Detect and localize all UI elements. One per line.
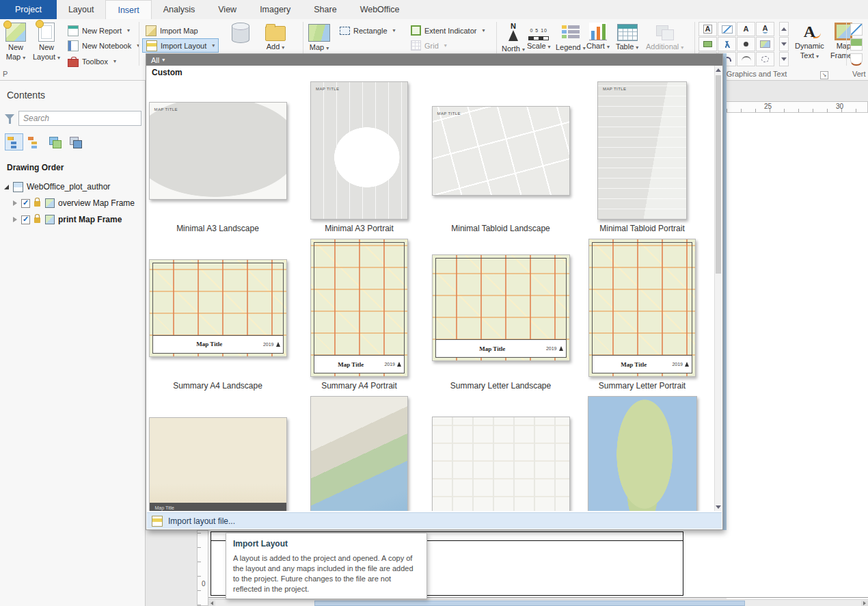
scroll-up-arrow[interactable]: [715, 66, 722, 74]
tab-share[interactable]: Share: [302, 0, 348, 19]
contents-panel: Contents Drawing Order WebOffice_plot_au…: [0, 81, 146, 606]
import-layout-tooltip: Import Layout A layout is added to the p…: [226, 533, 427, 599]
north-arrow-glyph: [397, 362, 401, 367]
grid-button[interactable]: Grid: [407, 38, 450, 53]
extent-indicator-button[interactable]: Extent Indicator: [407, 23, 488, 38]
vertical-tool-button-3[interactable]: [850, 53, 863, 66]
gallery-expand-button[interactable]: [779, 52, 789, 66]
new-report-button[interactable]: New Report: [64, 23, 133, 38]
straight-text-button[interactable]: A: [699, 22, 717, 36]
picture-icon: [760, 40, 770, 48]
vertical-tool-button-2[interactable]: [850, 38, 863, 51]
layout-document-icon: [13, 182, 23, 192]
drawing-order-icon: [8, 135, 21, 148]
layout-template-summary-a4-portrait[interactable]: Map Title2019 Summary A4 Portrait: [289, 239, 429, 391]
layout-template-row3-2[interactable]: [289, 396, 429, 511]
north-arrow-glyph: [685, 362, 689, 367]
plain-text-button[interactable]: A: [737, 22, 755, 36]
search-input[interactable]: [18, 111, 141, 126]
layout-thumbnail: [310, 396, 408, 511]
point-graphic-button[interactable]: [737, 37, 755, 51]
tab-view[interactable]: View: [206, 0, 248, 19]
scrollbar-thumb[interactable]: [716, 75, 721, 274]
legend-button[interactable]: Legend: [554, 22, 588, 53]
tab-insert[interactable]: Insert: [105, 0, 151, 19]
new-report-icon: [68, 25, 79, 36]
list-by-drawing-order-button[interactable]: [5, 134, 23, 150]
add-folder-button[interactable]: Add: [263, 22, 288, 53]
layout-template-summary-letter-portrait[interactable]: Map Title2019 Summary Letter Portrait: [572, 239, 712, 391]
layout-template-row3-4[interactable]: [572, 396, 712, 511]
tab-project[interactable]: Project: [0, 0, 57, 19]
north-arrow-button[interactable]: N North: [500, 22, 527, 55]
scroll-right-arrow[interactable]: [861, 601, 868, 606]
horizontal-ruler: 25 30: [726, 101, 868, 113]
gallery-scrollbar[interactable]: [714, 66, 722, 511]
dialog-launcher-icon[interactable]: [820, 71, 828, 79]
gallery-filter-dropdown[interactable]: All: [146, 54, 722, 66]
layout-template-row3-1[interactable]: Map Title: [148, 396, 288, 511]
list-by-selection-button[interactable]: [46, 134, 64, 150]
new-map-button[interactable]: New Map: [3, 22, 28, 63]
expand-icon[interactable]: [13, 217, 17, 222]
collapse-icon[interactable]: [4, 185, 9, 189]
curved-text-button[interactable]: A: [756, 22, 774, 36]
expand-icon[interactable]: [13, 200, 17, 206]
additional-surrounds-button[interactable]: Additional: [644, 22, 686, 53]
visibility-checkbox[interactable]: [21, 215, 30, 224]
new-layout-button[interactable]: New Layout: [31, 22, 62, 63]
layout-template-summary-a4-landscape[interactable]: Map Title2019 Summary A4 Landscape: [148, 239, 288, 391]
grid-icon: [411, 40, 421, 51]
list-by-source-button[interactable]: [26, 134, 43, 150]
tab-weboffice[interactable]: WebOffice: [349, 0, 411, 19]
scroll-left-arrow[interactable]: [208, 601, 215, 606]
scrollbar-thumb[interactable]: [314, 601, 745, 606]
north-arrow-glyph: [276, 342, 280, 347]
map-frame-gallery-button[interactable]: Map: [306, 22, 332, 53]
scroll-down-arrow[interactable]: [715, 503, 722, 511]
layout-template-minimal-a3-landscape[interactable]: MAP TITLE Minimal A3 Landscape: [148, 81, 288, 233]
import-layout-button[interactable]: Import Layout: [142, 38, 219, 53]
horizontal-scrollbar[interactable]: [208, 599, 868, 606]
toolbox-button[interactable]: Toolbox: [64, 54, 120, 68]
table-frame-button[interactable]: Table: [614, 22, 640, 53]
lasso-graphic-button[interactable]: [756, 52, 774, 66]
gallery-scroll-down-button[interactable]: [779, 37, 789, 51]
import-map-button[interactable]: Import Map: [142, 23, 202, 38]
source-list-icon: [28, 135, 41, 148]
layout-template-min,imal-tabloid-portrait[interactable]: MAP TITLE Minimal Tabloid Portrait: [572, 81, 712, 233]
rectangle-button[interactable]: Rectangle: [336, 23, 399, 38]
list-by-editing-button[interactable]: [67, 134, 84, 150]
new-notebook-button[interactable]: New Notebook: [64, 38, 143, 53]
vertical-ruler: 0: [197, 530, 208, 606]
layout-template-minimal-tabloid-landscape[interactable]: MAP TITLE Minimal Tabloid Landscape: [431, 81, 571, 233]
layout-template-summary-letter-landscape[interactable]: Map Title2019 Summary Letter Landscape: [431, 239, 571, 391]
visibility-checkbox[interactable]: [21, 199, 30, 208]
scale-bar-button[interactable]: 0 5 10 Scale: [525, 22, 553, 52]
tab-imagery[interactable]: Imagery: [248, 0, 302, 19]
tree-item-layout-root[interactable]: WebOffice_plot_author: [0, 179, 146, 195]
polyline-graphic-button[interactable]: [718, 37, 736, 51]
layout-template-minimal-a3-portrait[interactable]: MAP TITLE Minimal A3 Portrait: [289, 81, 429, 233]
lock-icon: [34, 201, 40, 207]
freehand-graphic-button[interactable]: [737, 52, 755, 66]
gallery-scroll-up-button[interactable]: [779, 22, 789, 36]
chart-frame-button[interactable]: Chart: [584, 22, 612, 52]
triangle-down-icon: [781, 42, 787, 46]
rectangle-graphic-button[interactable]: [699, 37, 717, 51]
arcgis-pro-window: Project Layout Insert Analysis View Imag…: [0, 0, 868, 606]
connections-button[interactable]: [230, 22, 252, 44]
tab-analysis[interactable]: Analysis: [152, 0, 207, 19]
lock-icon: [34, 218, 40, 223]
tree-item-overview-map-frame[interactable]: overview Map Frame: [0, 195, 146, 211]
tab-layout[interactable]: Layout: [57, 0, 106, 19]
chart-graphic-button[interactable]: [718, 22, 736, 36]
picture-button[interactable]: [756, 37, 774, 51]
layout-template-row3-3[interactable]: [431, 396, 571, 511]
dynamic-text-button[interactable]: A Dynamic Text: [793, 22, 826, 62]
contents-toolbar: [5, 134, 84, 150]
vertical-tool-button-1[interactable]: [850, 23, 863, 36]
filter-icon[interactable]: [5, 114, 14, 120]
tree-item-print-map-frame[interactable]: print Map Frame: [0, 211, 146, 228]
import-layout-file-item[interactable]: Import layout file...: [147, 512, 722, 529]
